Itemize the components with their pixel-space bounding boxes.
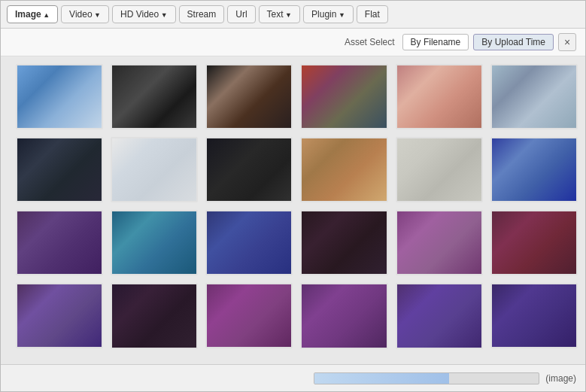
image-thumb-4[interactable] [300,64,387,129]
image-thumb-15[interactable] [205,210,293,275]
image-grid [16,64,578,349]
main-container: Image Video HD Video Stream Url Text Plu… [0,0,586,392]
image-thumb-22[interactable] [300,283,387,348]
sort-by-filename-button[interactable]: By Filename [402,34,469,50]
image-thumb-19[interactable] [16,283,103,348]
tab-video[interactable]: Video [61,5,109,23]
tab-image[interactable]: Image [7,5,58,23]
bottom-bar: (image) [1,364,585,391]
tab-url[interactable]: Url [227,5,255,23]
image-thumb-17[interactable] [396,210,483,275]
close-button[interactable]: × [558,33,576,51]
image-thumb-11[interactable] [396,137,483,202]
image-thumb-8[interactable] [111,137,198,202]
bottom-progress-fill [314,373,449,384]
image-thumb-1[interactable] [16,64,103,129]
image-thumb-24[interactable] [490,283,578,348]
tab-text[interactable]: Text [259,5,300,23]
image-thumb-12[interactable] [490,137,578,202]
image-thumb-6[interactable] [490,64,578,129]
image-thumb-3[interactable] [205,64,293,129]
grid-area [1,56,585,364]
bottom-type-label: (image) [545,373,576,384]
grid-scroll[interactable] [1,56,585,364]
image-thumb-16[interactable] [300,210,387,275]
image-thumb-18[interactable] [490,210,578,275]
toolbar: Image Video HD Video Stream Url Text Plu… [1,1,585,29]
image-thumb-20[interactable] [111,283,198,348]
asset-select-label: Asset Select [345,37,395,47]
image-thumb-21[interactable] [205,283,293,348]
tab-plugin[interactable]: Plugin [303,5,354,23]
image-thumb-13[interactable] [16,210,103,275]
image-thumb-14[interactable] [111,210,198,275]
image-thumb-2[interactable] [111,64,198,129]
tab-hd-video[interactable]: HD Video [112,5,176,23]
tab-flat[interactable]: Flat [357,5,388,23]
image-thumb-5[interactable] [396,64,483,129]
tab-stream[interactable]: Stream [179,5,225,23]
image-thumb-9[interactable] [205,137,293,202]
image-thumb-7[interactable] [16,137,103,202]
bottom-progress-bar [314,372,539,384]
image-thumb-10[interactable] [300,137,387,202]
sort-by-upload-time-button[interactable]: By Upload Time [473,34,554,50]
image-thumb-23[interactable] [396,283,483,348]
asset-select-bar: Asset Select By Filename By Upload Time … [1,29,585,56]
